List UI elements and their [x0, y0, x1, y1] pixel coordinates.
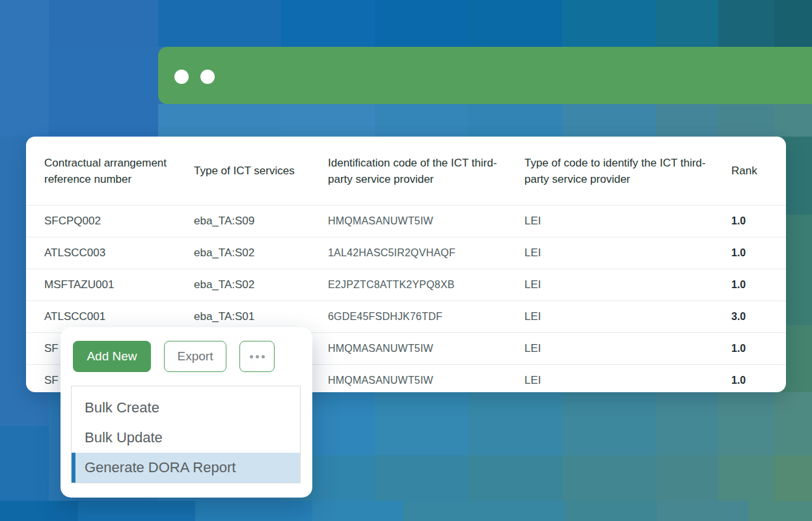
- cell-contract-ref: ATLSCC003: [44, 247, 194, 260]
- window-control-dot: [200, 70, 215, 84]
- background-tile: [49, 47, 158, 137]
- ellipsis-icon: [256, 355, 259, 358]
- ellipsis-icon: [250, 355, 253, 358]
- background-tile: [375, 455, 468, 501]
- cell-code-type: LEI: [524, 247, 731, 260]
- cell-code-type: LEI: [524, 278, 731, 291]
- background-tile: [774, 392, 812, 455]
- background-tile: [468, 392, 562, 455]
- column-header-contract-ref: Contractual arrangement reference number: [44, 155, 194, 187]
- background-tile: [0, 426, 49, 501]
- background-tile: [748, 501, 812, 521]
- cell-rank: 1.0: [731, 279, 768, 291]
- more-actions-button[interactable]: [239, 341, 275, 372]
- cell-rank: 1.0: [731, 343, 768, 354]
- ellipsis-icon: [262, 355, 265, 358]
- table-row[interactable]: MSFTAZU001 eba_TA:S02 E2JPZTC8ATTK2YPQ8X…: [26, 269, 786, 301]
- table-row[interactable]: ATLSCC003 eba_TA:S02 1AL42HASC5IR2QVHAQF…: [26, 237, 786, 269]
- cell-rank: 1.0: [731, 215, 768, 227]
- cell-rank: 1.0: [731, 247, 768, 259]
- background-tile: [657, 501, 748, 521]
- add-new-button[interactable]: Add New: [73, 341, 151, 372]
- background-tile: [281, 0, 375, 47]
- background-tile: [656, 455, 718, 501]
- background-tile: [158, 104, 281, 137]
- background-tile: [468, 0, 562, 47]
- cell-service-type: eba_TA:S02: [194, 278, 328, 291]
- background-tile: [468, 104, 562, 137]
- cell-provider-code: 1AL42HASC5IR2QVHAQF: [328, 247, 524, 259]
- cell-code-type: LEI: [524, 215, 731, 228]
- background-tile: [312, 501, 403, 521]
- background-tile: [562, 455, 656, 501]
- menu-item-bulk-update[interactable]: Bulk Update: [72, 423, 300, 453]
- actions-button-row: Add New Export: [73, 341, 275, 372]
- background-tile: [0, 501, 78, 521]
- selected-item-accent-bar: [72, 453, 75, 483]
- background-tile: [774, 104, 812, 137]
- actions-popover: Add New Export Bulk Create Bulk Update G…: [61, 327, 312, 498]
- background-tile: [195, 501, 312, 521]
- cell-provider-code: 6GDE45FSDHJK76TDF: [328, 311, 524, 323]
- background-tile: [656, 392, 718, 455]
- menu-item-bulk-create[interactable]: Bulk Create: [72, 393, 300, 423]
- background-tile: [562, 0, 656, 47]
- background-tile: [656, 104, 718, 137]
- cell-code-type: LEI: [524, 342, 731, 355]
- column-header-service-type: Type of ICT services: [194, 163, 328, 179]
- background-tile: [562, 104, 656, 137]
- background-tile: [718, 104, 774, 137]
- background-tile: [468, 455, 562, 501]
- background-tile: [375, 104, 468, 137]
- cell-provider-code: HMQMASANUWT5IW: [328, 343, 524, 354]
- cell-contract-ref: MSFTAZU001: [44, 278, 194, 291]
- background-tile: [375, 392, 468, 455]
- cell-service-type: eba_TA:S01: [194, 310, 328, 323]
- background-tile: [774, 455, 812, 501]
- column-header-rank: Rank: [731, 163, 768, 179]
- column-header-code-type: Type of code to identify the ICT third-p…: [524, 155, 731, 187]
- background-tile: [49, 0, 158, 47]
- cell-provider-code: E2JPZTC8ATTK2YPQ8XB: [328, 279, 524, 291]
- background-tile: [774, 0, 812, 47]
- app-header-bar: [158, 47, 812, 104]
- cell-contract-ref: ATLSCC001: [44, 310, 194, 323]
- background-tile: [403, 501, 566, 521]
- cell-code-type: LEI: [524, 374, 731, 387]
- window-control-dot: [174, 70, 189, 84]
- background-tile: [78, 501, 195, 521]
- cell-code-type: LEI: [524, 310, 731, 323]
- background-tile: [566, 501, 657, 521]
- background-tile: [281, 104, 375, 137]
- background-tile: [718, 455, 774, 501]
- table-header-row: Contractual arrangement reference number…: [26, 137, 786, 205]
- cell-rank: 1.0: [731, 375, 768, 386]
- background-tile: [0, 47, 49, 137]
- cell-service-type: eba_TA:S09: [194, 215, 328, 228]
- table-row[interactable]: SFCPQ002 eba_TA:S09 HMQMASANUWT5IW LEI 1…: [26, 205, 786, 237]
- cell-provider-code: HMQMASANUWT5IW: [328, 215, 524, 227]
- cell-service-type: eba_TA:S02: [194, 247, 328, 260]
- background-tile: [718, 392, 774, 455]
- menu-item-generate-dora-report[interactable]: Generate DORA Report: [72, 453, 300, 483]
- cell-provider-code: HMQMASANUWT5IW: [328, 375, 524, 386]
- background-tile: [718, 0, 774, 47]
- background-tile: [158, 0, 281, 47]
- cell-contract-ref: SFCPQ002: [44, 215, 194, 228]
- background-tile: [562, 392, 656, 455]
- cell-rank: 3.0: [731, 311, 768, 323]
- export-button[interactable]: Export: [164, 341, 226, 372]
- screen: Contractual arrangement reference number…: [0, 0, 812, 521]
- menu-item-label: Generate DORA Report: [85, 459, 236, 476]
- column-header-provider-code: Identification code of the ICT third-par…: [328, 155, 524, 187]
- background-tile: [375, 0, 468, 47]
- background-tile: [656, 0, 718, 47]
- actions-menu: Bulk Create Bulk Update Generate DORA Re…: [71, 386, 301, 483]
- background-tile: [0, 0, 49, 47]
